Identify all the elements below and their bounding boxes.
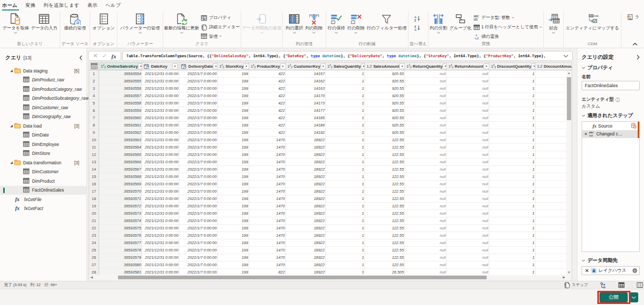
cell[interactable]: 2021/12/31 0:00:00 — [142, 136, 179, 144]
vertical-scrollbar[interactable]: ▲ ▼ — [566, 70, 572, 280]
cell[interactable]: null — [405, 70, 447, 78]
filter-dropdown-icon[interactable]: ▼ — [243, 64, 249, 69]
remove-rows-button[interactable]: 行の削除 — [346, 11, 366, 35]
filter-dropdown-icon[interactable]: ▼ — [399, 64, 405, 69]
cell[interactable]: 1470 — [249, 188, 286, 195]
cell[interactable]: null — [405, 217, 447, 225]
data-type-button[interactable]: ABC123 データ型: 整数 — [473, 13, 543, 23]
cell[interactable]: null — [405, 107, 447, 114]
cell[interactable]: null — [405, 254, 447, 261]
cell[interactable]: 199 — [218, 85, 249, 92]
cell[interactable]: 2021/12/31 0:00:00 — [142, 188, 179, 195]
cell[interactable]: 1 — [326, 136, 365, 144]
cell[interactable]: 1470 — [249, 181, 286, 188]
tree-expand-caret-icon[interactable] — [10, 69, 14, 72]
column-header-DiscountQuantity[interactable]: 123DiscountQuantity▼ — [489, 62, 535, 70]
manage-connections-button[interactable]: 接続の管理 — [63, 11, 87, 35]
cell[interactable]: 122.55 — [365, 247, 405, 254]
cell[interactable]: 920.55 — [365, 114, 405, 122]
cell[interactable]: 1470 — [249, 232, 286, 239]
cell[interactable]: 1 — [326, 254, 365, 261]
cell[interactable]: 422 — [249, 85, 286, 92]
cell[interactable]: 1 — [489, 114, 535, 122]
cell[interactable]: 1 — [326, 144, 365, 151]
cell[interactable]: 1 — [489, 107, 535, 114]
tree-folder-Data staging[interactable]: Data staging[5] — [0, 66, 87, 76]
cell[interactable]: null — [447, 225, 489, 232]
cell[interactable]: 36593566 — [99, 159, 142, 166]
formula-expand-chevron-icon[interactable] — [563, 55, 568, 58]
cell[interactable]: 920.55 — [365, 122, 405, 129]
cell[interactable]: 2021/12/31 0:00:00 — [142, 100, 179, 107]
cell[interactable]: 2022/1/7 0:00:00 — [179, 78, 218, 85]
filter-rows-button[interactable]: 行のフィルター処理 — [366, 11, 408, 35]
cell[interactable]: 1 — [326, 232, 365, 239]
cell[interactable]: 2022/1/7 0:00:00 — [179, 203, 218, 210]
cell[interactable]: 1 — [326, 129, 365, 136]
cell[interactable]: 14162 — [286, 78, 326, 85]
cell[interactable]: 2021/12/31 0:00:00 — [142, 247, 179, 254]
cell[interactable]: null — [447, 195, 489, 203]
use-first-row-button[interactable]: 1 行目をヘッダーとして使用 — [473, 23, 543, 32]
cell[interactable]: 199 — [218, 151, 249, 159]
cell[interactable]: 122.55 — [365, 232, 405, 239]
select-all-corner[interactable] — [89, 62, 99, 70]
cell[interactable]: 1 — [489, 225, 535, 232]
expand-settings-panel-icon[interactable] — [637, 55, 640, 60]
cell[interactable]: 1 — [489, 254, 535, 261]
cell[interactable]: 122.55 — [365, 181, 405, 188]
cell[interactable]: 1 — [326, 181, 365, 188]
cell[interactable]: 36593580 — [99, 261, 142, 269]
step-delete-icon[interactable]: ✕ — [583, 132, 588, 136]
combine-button[interactable]: 結合 — [547, 11, 561, 35]
cell[interactable]: 122.55 — [365, 210, 405, 217]
cell[interactable]: 1470 — [249, 195, 286, 203]
cell[interactable]: 2021/12/31 0:00:00 — [142, 70, 179, 78]
cell[interactable]: null — [447, 203, 489, 210]
cell[interactable]: 2022/1/7 0:00:00 — [179, 144, 218, 151]
cell[interactable]: 1 — [489, 159, 535, 166]
filter-dropdown-icon[interactable]: ▼ — [531, 64, 535, 69]
tree-expand-caret-icon[interactable] — [10, 124, 14, 128]
cell[interactable]: 1470 — [249, 239, 286, 247]
cell[interactable]: 122.55 — [365, 159, 405, 166]
cell[interactable]: 18922 — [286, 159, 326, 166]
cell[interactable]: null — [405, 78, 447, 85]
cell[interactable]: 2022/1/7 0:00:00 — [179, 188, 218, 195]
cell[interactable]: 2021/12/31 0:00:00 — [142, 254, 179, 261]
cell[interactable]: null — [447, 151, 489, 159]
cell[interactable]: 2022/1/7 0:00:00 — [179, 85, 218, 92]
cell[interactable]: 1 — [326, 78, 365, 85]
row-number[interactable]: 15 — [89, 173, 99, 181]
cell[interactable]: null — [405, 203, 447, 210]
cell[interactable]: 36593568 — [99, 173, 142, 181]
cell[interactable]: 122.55 — [365, 225, 405, 232]
options-button[interactable]: オプション — [91, 11, 115, 35]
cell[interactable]: 199 — [218, 70, 249, 78]
row-number[interactable]: 10 — [89, 136, 99, 144]
cell[interactable]: 36593559 — [99, 107, 142, 114]
cell[interactable]: 18922 — [286, 239, 326, 247]
tree-item-DimEmployee[interactable]: DimEmployee — [0, 140, 87, 149]
cell[interactable]: 920.55 — [365, 100, 405, 107]
cell[interactable]: 1 — [326, 225, 365, 232]
cell[interactable]: null — [405, 247, 447, 254]
cell[interactable]: 920.55 — [365, 78, 405, 85]
cell[interactable]: null — [447, 217, 489, 225]
cell[interactable]: 1 — [489, 217, 535, 225]
cell[interactable]: 122.55 — [365, 239, 405, 247]
row-number[interactable]: 5 — [89, 100, 99, 107]
cell[interactable]: 2021/12/31 0:00:00 — [142, 181, 179, 188]
cell[interactable]: 1 — [326, 188, 365, 195]
cell[interactable]: 1 — [489, 203, 535, 210]
cell[interactable]: 18922 — [286, 217, 326, 225]
cell[interactable]: 2022/1/7 0:00:00 — [179, 247, 218, 254]
cell[interactable]: 1 — [326, 151, 365, 159]
cell[interactable]: 1 — [326, 166, 365, 173]
column-header-DiscountAmount[interactable]: 1.2DiscountAmount▼ — [535, 62, 572, 70]
cell[interactable]: 422 — [249, 107, 286, 114]
cell[interactable]: 36593565 — [99, 151, 142, 159]
query-name-input[interactable]: FactOnlineSales — [582, 81, 640, 90]
cell[interactable]: 920.55 — [365, 129, 405, 136]
cell[interactable]: 2021/12/31 0:00:00 — [142, 92, 179, 100]
